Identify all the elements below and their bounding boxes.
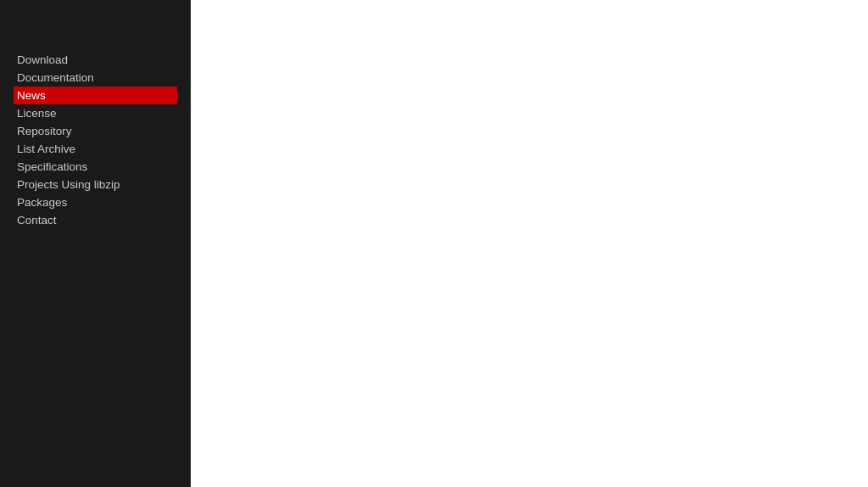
sidebar-item-contact[interactable]: Contact (14, 211, 177, 229)
sidebar-item-repository[interactable]: Repository (14, 122, 177, 140)
sidebar-item-list-archive[interactable]: List Archive (14, 140, 177, 158)
sidebar-item-packages[interactable]: Packages (14, 193, 177, 211)
sidebar-item-specifications[interactable]: Specifications (14, 158, 177, 176)
main-content (191, 0, 868, 487)
sidebar-item-documentation[interactable]: Documentation (14, 69, 177, 87)
sidebar-item-license[interactable]: License (14, 104, 177, 122)
sidebar-item-projects-using-libzip[interactable]: Projects Using libzip (14, 176, 177, 193)
sidebar-item-download[interactable]: Download (14, 51, 177, 69)
sidebar-nav: DownloadDocumentationNewsLicenseReposito… (14, 51, 177, 229)
sidebar-item-news[interactable]: News (14, 87, 177, 104)
sidebar: DownloadDocumentationNewsLicenseReposito… (0, 0, 191, 487)
